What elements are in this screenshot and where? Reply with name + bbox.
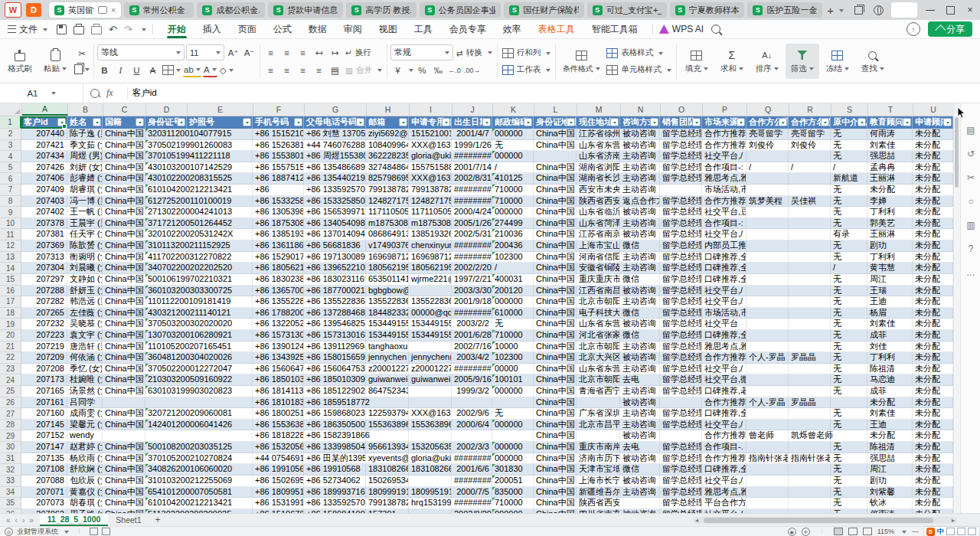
cell-d19[interactable]: 370503200302020020	[145, 319, 253, 330]
row-header-2[interactable]: 2	[0, 129, 21, 140]
cell-h36[interactable]: 157391	[366, 509, 409, 513]
cell-c7[interactable]: China中国	[103, 185, 145, 196]
cell-s14[interactable]: /	[831, 263, 867, 274]
cell-f7[interactable]: +86	[253, 185, 304, 196]
cell-t5[interactable]: 孟冉冉	[867, 162, 913, 174]
cell-r33[interactable]	[789, 476, 831, 487]
cell-s3[interactable]: 无	[831, 140, 867, 152]
cell-s7[interactable]: 无	[831, 185, 867, 196]
cell-u4[interactable]: 未分配	[913, 151, 953, 162]
cell-b23[interactable]: 季忆 (女)	[67, 364, 103, 375]
cell-t15[interactable]: 周江	[867, 274, 913, 286]
row-header-5[interactable]: 5	[0, 162, 21, 174]
cell-l25[interactable]: China中国	[534, 386, 577, 397]
cell-b9[interactable]: 王一帆 (男	[67, 207, 103, 218]
cell-o28[interactable]: 留学总经理	[660, 420, 702, 431]
cell-h26[interactable]	[366, 397, 409, 409]
cell-u29[interactable]: 未分配	[913, 430, 953, 442]
cell-j9[interactable]: 2000/4/24	[452, 207, 492, 218]
cell-j11[interactable]: 2002/5/31	[452, 229, 492, 240]
cell-j6[interactable]: 2002/8/31	[452, 173, 492, 185]
file-tab[interactable]: S医护五险一金.xlsx	[747, 2, 822, 18]
cell-p4[interactable]: 社交平台,/	[702, 151, 746, 162]
cell-b21[interactable]: 唐浩轩 (男	[67, 342, 103, 353]
cell-m25[interactable]: 青海省西宁	[577, 386, 620, 397]
cell-n3[interactable]: 被动咨询	[620, 140, 660, 152]
print-icon[interactable]	[74, 26, 84, 34]
cell-t26[interactable]: 未分配	[867, 397, 913, 409]
cell-n12[interactable]: 微信	[620, 240, 660, 252]
cell-s25[interactable]: 无	[831, 386, 867, 397]
row-header-13[interactable]: 13	[0, 252, 21, 263]
cell-l23[interactable]: China中国	[534, 364, 577, 375]
cell-g5[interactable]: +86 1354866895	[304, 162, 366, 174]
cell-i4[interactable]: gloria@uki	[409, 151, 452, 162]
cell-c31[interactable]: China中国	[103, 453, 145, 465]
cell-l2[interactable]: China中国	[534, 129, 577, 140]
zoom-out-button[interactable]: —	[912, 528, 919, 535]
cell-r16[interactable]	[789, 286, 831, 297]
cell-s13[interactable]: 无	[831, 252, 867, 263]
cell-i14[interactable]: 180562195	[409, 263, 452, 274]
cell-u7[interactable]: 未分配	[913, 185, 953, 196]
cell-m13[interactable]: 河南省信阳	[577, 252, 620, 263]
cell-s22[interactable]: 无	[831, 352, 867, 364]
decrease-decimal-button[interactable]: .00→	[463, 64, 482, 77]
cell-t29[interactable]: 未分配	[867, 430, 913, 442]
cell-q35[interactable]	[746, 498, 789, 509]
cell-o34[interactable]: 留学总经理	[660, 487, 702, 498]
cell-k21[interactable]: 10000	[492, 342, 534, 353]
cell-o4[interactable]: 留学总经理	[660, 151, 702, 162]
selection-mode-icon[interactable]: ✛	[802, 528, 810, 536]
cell-c15[interactable]: China中国	[103, 274, 145, 286]
cell-i36[interactable]	[409, 509, 452, 513]
cell-p35[interactable]: 平台合作方	[702, 498, 746, 509]
cell-a15[interactable]: 207297	[21, 274, 67, 286]
increase-indent-icon[interactable]: ↦	[328, 46, 342, 59]
cell-c34[interactable]: China中国	[103, 487, 145, 498]
cell-h8[interactable]: 124827175	[366, 196, 409, 208]
menu-view[interactable]: 视图	[371, 20, 406, 38]
cell-h25[interactable]: 864752343	[366, 386, 409, 397]
cell-t36[interactable]: 何雨涛	[867, 509, 913, 513]
cell-l24[interactable]: China中国	[534, 374, 577, 386]
select-all-corner[interactable]	[0, 103, 22, 116]
cell-p27[interactable]: 口碑推荐,全	[702, 408, 746, 420]
cell-o8[interactable]: 留学总经理	[660, 196, 702, 208]
cell-s2[interactable]: 无	[831, 129, 867, 140]
cell-t17[interactable]: 王迪	[867, 296, 913, 308]
cell-t9[interactable]: 丁利利	[867, 207, 913, 218]
cell-u9[interactable]: 未分配	[913, 207, 953, 218]
cell-d6[interactable]: 430102200208315525	[145, 173, 253, 185]
filter-dropdown-button[interactable]	[294, 118, 302, 126]
cell-m14[interactable]: 安徽省铜陵	[577, 263, 620, 274]
cell-k2[interactable]: 000000	[492, 129, 534, 140]
cell-a19[interactable]: 207232	[21, 319, 67, 330]
cell-j35[interactable]: ########	[452, 498, 492, 509]
cell-o32[interactable]: 留学总经理	[660, 464, 702, 476]
cell-k36[interactable]: 000000	[492, 509, 534, 513]
file-menu[interactable]: 文件	[8, 23, 47, 36]
cell-d33[interactable]: 310103200212255069	[145, 476, 253, 487]
cell-c14[interactable]: China中国	[103, 263, 145, 274]
cell-f30[interactable]: +86 15320563	[253, 442, 304, 453]
cell-c27[interactable]: China中国	[103, 408, 145, 420]
cell-s19[interactable]: 无	[831, 319, 867, 330]
cell-b10[interactable]: 王晨宇 (男	[67, 218, 103, 230]
cell-o31[interactable]: 留学总经理	[660, 453, 702, 465]
convert-button[interactable]: ⇄转换	[455, 45, 494, 60]
cell-t18[interactable]: 杨眉	[867, 308, 913, 319]
vertical-scrollbar[interactable]	[953, 103, 960, 513]
file-tab[interactable]: S宁夏教师样本.xlsx	[670, 2, 745, 18]
cell-l22[interactable]: China中国	[534, 352, 577, 364]
cell-q32[interactable]	[746, 464, 789, 476]
header-cell-s[interactable]: 原中介机构	[831, 116, 867, 129]
cell-c20[interactable]: China中国	[103, 330, 145, 342]
cell-n29[interactable]: 被动咨询	[620, 430, 660, 442]
cell-s5[interactable]: /	[831, 162, 867, 174]
cell-d23[interactable]: 370502200012272047	[145, 364, 253, 375]
cell-i28[interactable]: 155363896	[409, 420, 452, 431]
file-tab[interactable]: S英国留学生×	[49, 2, 121, 18]
cell-f18[interactable]: +86 17882007	[253, 308, 304, 319]
cell-s32[interactable]: 无	[831, 464, 867, 476]
